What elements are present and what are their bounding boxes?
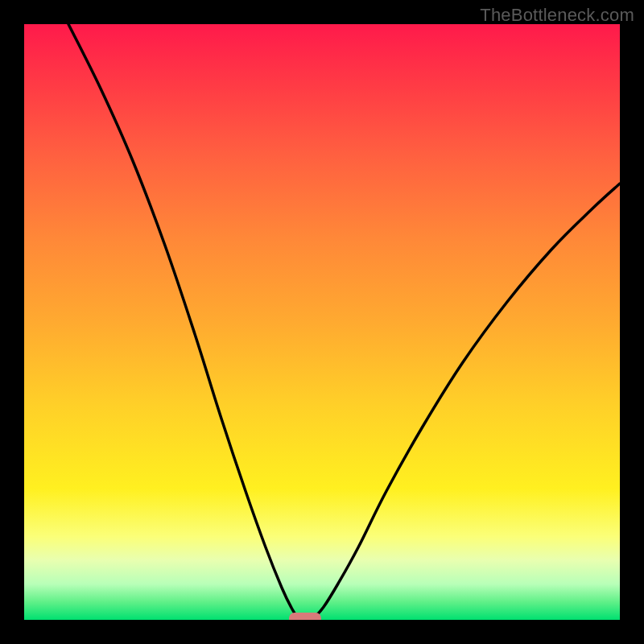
watermark-text: TheBottleneck.com bbox=[480, 5, 634, 26]
curve-layer bbox=[24, 24, 620, 620]
minimum-marker bbox=[289, 613, 321, 620]
plot-area bbox=[24, 24, 620, 620]
chart-frame: TheBottleneck.com bbox=[0, 0, 644, 644]
bottleneck-curve bbox=[68, 24, 620, 620]
